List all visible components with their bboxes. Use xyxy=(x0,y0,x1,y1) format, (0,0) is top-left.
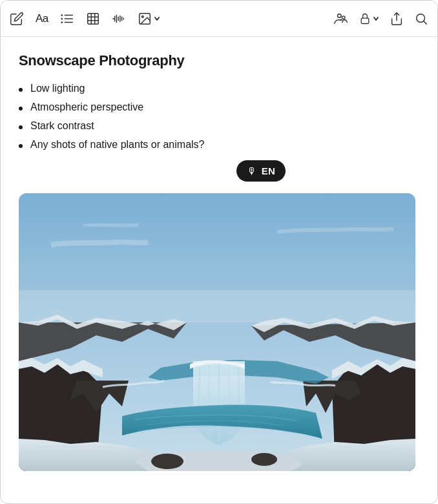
svg-point-3 xyxy=(61,14,63,16)
bullet-dot xyxy=(19,107,23,110)
voice-input-container: 🎙 EN xyxy=(103,160,419,182)
lock-icon[interactable] xyxy=(359,12,379,25)
document-title: Snowscape Photography xyxy=(19,52,419,69)
svg-point-5 xyxy=(61,21,63,23)
table-icon[interactable] xyxy=(86,12,100,26)
voice-input-pill[interactable]: 🎙 EN xyxy=(236,160,286,182)
toolbar-right xyxy=(334,12,428,26)
search-icon[interactable] xyxy=(414,12,428,26)
svg-point-21 xyxy=(342,16,345,19)
svg-rect-27 xyxy=(19,290,415,322)
bullet-dot xyxy=(19,88,23,92)
svg-point-19 xyxy=(141,16,143,17)
svg-line-25 xyxy=(424,21,426,24)
list-item: Stark contrast xyxy=(19,118,419,134)
share-icon[interactable] xyxy=(390,12,404,26)
bullet-dot xyxy=(19,125,23,129)
list-format-icon[interactable] xyxy=(60,12,74,26)
document-content: Snowscape Photography Low lighting Atmos… xyxy=(1,37,437,484)
svg-point-4 xyxy=(61,17,63,19)
format-text-icon[interactable]: Aa xyxy=(36,13,48,24)
list-item: Atmospheric perspective xyxy=(19,100,419,115)
bullet-dot xyxy=(19,144,23,148)
voice-language-label: EN xyxy=(262,165,275,176)
svg-rect-6 xyxy=(88,13,99,24)
svg-point-20 xyxy=(338,14,342,17)
audio-icon[interactable] xyxy=(112,12,126,26)
list-item: Any shots of native plants or animals? xyxy=(19,137,419,152)
collaboration-icon[interactable] xyxy=(334,12,348,26)
microphone-icon: 🎙 xyxy=(247,165,256,176)
toolbar: Aa xyxy=(1,1,437,37)
list-item: Low lighting xyxy=(19,81,419,96)
photo-image[interactable] xyxy=(19,193,415,471)
edit-icon[interactable] xyxy=(10,12,24,26)
bullet-list: Low lighting Atmospheric perspective Sta… xyxy=(19,81,419,152)
svg-rect-22 xyxy=(361,18,369,23)
toolbar-left: Aa xyxy=(10,12,322,26)
svg-point-24 xyxy=(417,14,425,22)
image-insert-icon[interactable] xyxy=(138,12,160,26)
svg-point-34 xyxy=(251,453,277,466)
svg-point-33 xyxy=(151,454,183,469)
